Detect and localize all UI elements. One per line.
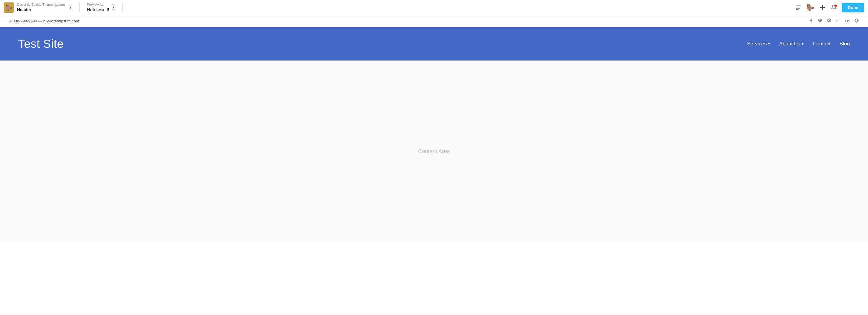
svg-point-5 <box>845 19 846 19</box>
editing-title: Header <box>17 7 65 12</box>
site-header: Test Site Services ▾ About Us ▾ Contact … <box>0 27 868 61</box>
contact-info: 1-800-999-9999 — hi@loremipsum.com <box>9 19 79 23</box>
separator: — <box>38 19 43 23</box>
email-address: hi@loremipsum.com <box>43 19 79 23</box>
svg-rect-1 <box>796 7 799 7</box>
editing-label: Currently Editing Themer Layout <box>17 2 65 7</box>
site-nav: Services ▾ About Us ▾ Contact Blog <box>747 41 850 47</box>
editing-dropdown-button[interactable]: ▾ <box>69 5 72 10</box>
twitter-icon[interactable] <box>818 18 823 24</box>
social-icons: y! <box>809 18 859 24</box>
preview-value: Hello world! <box>87 7 109 12</box>
yelp-icon[interactable]: y! <box>836 18 841 24</box>
google-icon[interactable] <box>854 18 859 24</box>
nav-label-contact: Contact <box>813 41 831 47</box>
list-icon <box>795 4 801 10</box>
admin-bar-left: 🦫 Currently Editing Themer Layout Header… <box>4 2 127 13</box>
admin-bar-right: 🦫 Done <box>795 3 864 12</box>
services-chevron-icon: ▾ <box>768 42 770 46</box>
content-placeholder: Content Area <box>418 148 450 155</box>
svg-rect-0 <box>796 5 801 6</box>
notification-button[interactable] <box>831 4 837 10</box>
pinterest-icon[interactable] <box>827 18 832 24</box>
nav-item-services[interactable]: Services ▾ <box>747 41 770 47</box>
divider <box>79 3 80 12</box>
admin-bar: 🦫 Currently Editing Themer Layout Header… <box>0 0 868 15</box>
svg-rect-2 <box>796 8 800 8</box>
nav-label-blog: Blog <box>840 41 850 47</box>
site-title: Test Site <box>18 37 64 51</box>
plus-icon <box>819 4 826 11</box>
svg-rect-3 <box>796 9 799 10</box>
nav-label-services: Services <box>747 41 767 47</box>
editing-info: Currently Editing Themer Layout Header <box>17 2 65 12</box>
svg-text:y!: y! <box>836 19 838 22</box>
add-button[interactable] <box>819 4 826 11</box>
preview-section: Preview As: Hello world! ▾ <box>87 2 115 12</box>
nav-item-contact[interactable]: Contact <box>813 41 831 47</box>
about-chevron-icon: ▾ <box>802 42 804 46</box>
content-area: Content Area <box>0 61 868 242</box>
linkedin-icon[interactable] <box>845 18 850 24</box>
list-icon-button[interactable] <box>795 4 801 10</box>
preview-as-label: Preview As: <box>87 2 109 7</box>
done-button[interactable]: Done <box>842 3 864 12</box>
nav-item-about[interactable]: About Us ▾ <box>779 41 804 47</box>
facebook-icon[interactable] <box>809 18 813 24</box>
beaver-icon-button[interactable]: 🦫 <box>806 4 814 11</box>
beaver-icon: 🦫 <box>806 4 814 11</box>
preview-label: Preview As: Hello world! <box>87 2 109 12</box>
divider2 <box>122 3 123 12</box>
beaver-logo: 🦫 <box>4 2 14 13</box>
notification-dot <box>834 4 837 7</box>
preview-dropdown-button[interactable]: ▾ <box>112 4 115 10</box>
nav-label-about: About Us <box>779 41 800 47</box>
nav-item-blog[interactable]: Blog <box>840 41 850 47</box>
info-strip: 1-800-999-9999 — hi@loremipsum.com y! <box>0 15 868 27</box>
phone-number: 1-800-999-9999 <box>9 19 37 23</box>
